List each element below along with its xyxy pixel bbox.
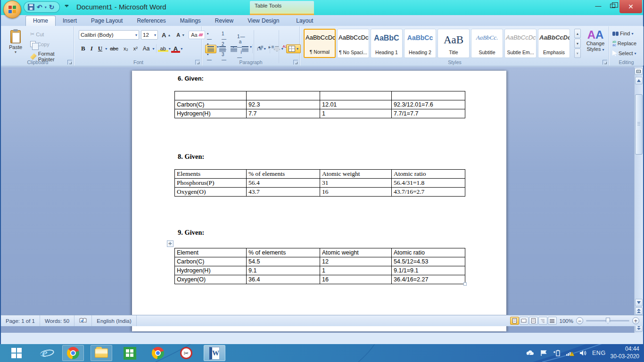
table-move-handle-icon[interactable]: ✛	[167, 240, 173, 247]
undo-dropdown-icon[interactable]: ▾	[45, 5, 47, 9]
table-cell[interactable]: Atomic ratio	[392, 170, 465, 179]
vertical-scrollbar[interactable]	[634, 67, 643, 333]
word-taskbar-button[interactable]: W	[204, 345, 225, 361]
shrink-font-button[interactable]: A▼	[174, 31, 187, 39]
line-spacing-button[interactable]: ↕≡▾	[255, 45, 268, 52]
table-cell[interactable]: Elements	[175, 170, 247, 179]
windows-store-button[interactable]	[119, 345, 140, 361]
proofing-status[interactable]	[74, 315, 92, 326]
heading-8-given[interactable]: 8. Given:	[178, 153, 204, 161]
styles-more-button[interactable]: ⩛	[574, 49, 581, 58]
strikethrough-button[interactable]: abc	[107, 45, 121, 52]
justify-button[interactable]	[240, 45, 250, 53]
subscript-button[interactable]: x₂	[121, 45, 131, 52]
heading-9-given[interactable]: 9. Given:	[178, 229, 204, 237]
tab-references[interactable]: References	[130, 16, 173, 26]
find-button[interactable]: Find▾	[611, 30, 637, 37]
style-subtitle[interactable]: AaBbCc. Subtitle	[471, 29, 503, 58]
underline-button[interactable]: U	[96, 44, 105, 53]
table-cell[interactable]: 9.1	[247, 266, 320, 275]
table-cell[interactable]: 54.5/12=4.53	[392, 257, 465, 266]
onedrive-sync-icon[interactable]	[526, 349, 535, 357]
ruler-toggle-button[interactable]	[635, 68, 643, 75]
page-indicator[interactable]: Page: 1 of 1	[1, 315, 40, 326]
copy-button[interactable]: Copy	[28, 40, 74, 48]
file-explorer-button[interactable]	[91, 345, 112, 361]
align-left-button[interactable]	[205, 45, 216, 53]
borders-button[interactable]: ▾	[286, 44, 301, 53]
table-cell[interactable]: % of elements	[247, 248, 320, 257]
bold-button[interactable]: B	[79, 44, 88, 53]
outline-view-button[interactable]	[538, 317, 547, 325]
zoom-in-button[interactable]: +	[632, 317, 639, 324]
table-cell[interactable]: 43.7/16=2.7	[392, 188, 465, 197]
close-button[interactable]: ✕	[619, 0, 642, 13]
tab-review[interactable]: Review	[208, 16, 240, 26]
tab-insert[interactable]: Insert	[56, 16, 84, 26]
table-cell[interactable]: Carbon(C)	[175, 257, 247, 266]
previous-page-button[interactable]	[635, 307, 643, 315]
scrollbar-thumb[interactable]	[635, 94, 643, 155]
table-cell[interactable]: 31	[320, 179, 392, 188]
font-name-dropdown-icon[interactable]: ▾	[135, 33, 137, 37]
table-cell[interactable]: 54.5	[247, 257, 320, 266]
table-cell[interactable]	[175, 91, 247, 100]
restore-button[interactable]	[605, 0, 619, 11]
undo-button[interactable]: ↶	[35, 3, 44, 11]
language-tray-indicator[interactable]: ENG	[592, 350, 606, 356]
align-right-button[interactable]	[229, 45, 239, 53]
table-cell[interactable]: 1	[320, 266, 392, 275]
table-cell[interactable]	[247, 91, 320, 100]
table-cell[interactable]: Atomic weight	[320, 170, 392, 179]
change-case-dropdown-icon[interactable]: ▾	[153, 47, 155, 51]
table-cell[interactable]: Element	[175, 248, 247, 257]
select-button[interactable]: Select▾	[611, 50, 637, 57]
table-cell[interactable]: Oxygen(O)	[175, 188, 247, 197]
clock[interactable]: 04:44 30-03-2020	[611, 346, 641, 360]
styles-scroll-up-button[interactable]: ▲	[574, 29, 581, 38]
chrome-button[interactable]	[147, 345, 169, 361]
shading-button[interactable]: ▾	[272, 45, 285, 52]
table-cell[interactable]: 36.4	[247, 275, 320, 284]
table-cell[interactable]: 12	[320, 257, 392, 266]
table-8-given[interactable]: Elements% of elementsAtomic weightAtomic…	[174, 169, 465, 197]
minimize-button[interactable]: —	[591, 0, 605, 11]
table-resize-handle[interactable]	[463, 282, 467, 286]
zoom-slider-handle[interactable]	[606, 318, 610, 324]
table-cell[interactable]: 56.4	[247, 179, 320, 188]
font-dialog-launcher[interactable]	[195, 60, 200, 65]
tab-design[interactable]: Design	[255, 16, 286, 26]
full-screen-reading-view-button[interactable]	[520, 317, 528, 325]
print-layout-view-button[interactable]	[510, 317, 519, 325]
italic-button[interactable]: I	[88, 44, 95, 53]
tab-page-layout[interactable]: Page Layout	[84, 16, 130, 26]
save-icon[interactable]	[28, 4, 34, 10]
scroll-down-button[interactable]	[635, 299, 643, 306]
table-cell[interactable]: 7.7	[247, 109, 320, 118]
clipboard-dialog-launcher[interactable]	[67, 60, 72, 65]
table-6-given[interactable]: Carbon(C)92.312.0192.3/12.01=7.6Hydrogen…	[174, 91, 465, 118]
cut-button[interactable]: ✂Cut	[28, 30, 74, 38]
customize-qat-button[interactable]: ▂▾	[65, 3, 68, 8]
start-button[interactable]	[6, 345, 27, 361]
table-cell[interactable]: Phosphorus(P)	[175, 179, 247, 188]
table-cell[interactable]: % of elements	[247, 170, 320, 179]
table-cell[interactable]: Oxygen(O)	[175, 275, 247, 284]
font-size-combobox[interactable]: 12▾	[141, 30, 158, 40]
change-case-button[interactable]: Aa	[140, 45, 152, 52]
table-cell[interactable]: 56.4/31=1.8	[392, 179, 465, 188]
paste-button[interactable]: Paste ▾	[6, 29, 25, 60]
table-cell[interactable]: Atomic weight	[320, 248, 392, 257]
chrome-window-button[interactable]	[62, 345, 84, 361]
web-layout-view-button[interactable]	[529, 317, 538, 325]
underline-dropdown-icon[interactable]: ▾	[105, 47, 107, 51]
font-color-dropdown-icon[interactable]: ▾	[181, 47, 182, 51]
word-count[interactable]: Words: 50	[40, 315, 74, 326]
style-heading-1[interactable]: AaBbC Heading 1	[371, 29, 403, 58]
style-heading-2[interactable]: AaBbCc Heading 2	[404, 29, 436, 58]
align-center-button[interactable]	[217, 45, 228, 53]
draft-view-button[interactable]	[548, 317, 557, 325]
redo-button[interactable]: ↻	[48, 3, 56, 11]
table-cell[interactable]: 92.3	[247, 100, 320, 109]
tab-mailings[interactable]: Mailings	[173, 16, 208, 26]
